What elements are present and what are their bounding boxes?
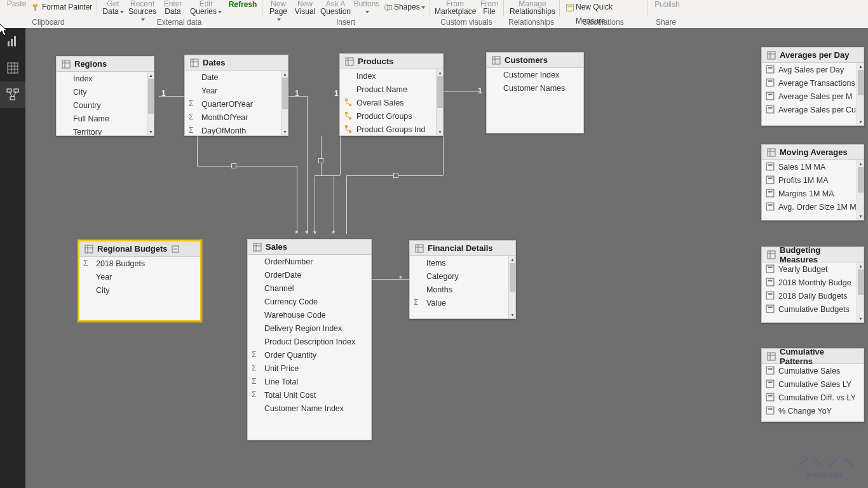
table-regions[interactable]: Regions Index City Country Full Name Ter…	[56, 56, 154, 136]
field-list[interactable]: OrderNumber OrderDate Channel Currency C…	[248, 255, 371, 440]
field[interactable]: % Change YoY	[762, 404, 864, 417]
field[interactable]: Unit Price	[248, 362, 371, 375]
table-regional-budgets[interactable]: Regional Budgets 2018 Budgets Year City	[78, 240, 201, 322]
format-painter-button[interactable]: Format Painter	[42, 0, 93, 14]
scrollbar[interactable]: ▲▼	[857, 160, 864, 220]
scrollbar[interactable]: ▲▼	[281, 71, 288, 135]
table-header[interactable]: Budgeting Measures	[762, 247, 864, 262]
scrollbar[interactable]: ▲▼	[508, 256, 515, 318]
field[interactable]: Product Name	[340, 83, 436, 96]
table-header[interactable]: Sales	[248, 240, 371, 255]
field[interactable]: OrderDate	[248, 268, 371, 281]
field[interactable]: Profits 1M MA	[762, 173, 857, 187]
table-averages-per-day[interactable]: Averages per Day Avg Sales per Day Avera…	[761, 47, 864, 126]
field-list[interactable]: Cumulative Sales Cumulative Sales LY Cum…	[762, 364, 864, 421]
field[interactable]: Product Groups	[340, 109, 436, 123]
field[interactable]: Avg. Order Size 1M M	[762, 200, 857, 214]
field[interactable]: OrderNumber	[248, 255, 371, 268]
field[interactable]: Average Transactions	[762, 76, 857, 90]
field-list[interactable]: Index City Country Full Name Territory	[57, 72, 147, 135]
field[interactable]: Currency Code	[248, 295, 371, 308]
field[interactable]: Customer Names	[487, 81, 583, 95]
new-page-button[interactable]: NewPage	[267, 0, 290, 17]
field[interactable]: Full Name	[57, 112, 147, 125]
table-budgeting-measures[interactable]: Budgeting Measures Yearly Budget 2018 Mo…	[761, 247, 864, 323]
get-data-button[interactable]: GetData	[100, 0, 126, 17]
field[interactable]: Average Sales per Cu	[762, 103, 857, 116]
field[interactable]: Cumulative Sales LY	[762, 377, 864, 391]
table-header[interactable]: Products	[340, 54, 443, 69]
field[interactable]: Average Sales per M	[762, 90, 857, 103]
refresh-button[interactable]: Refresh	[227, 0, 258, 14]
field[interactable]: Product Description Index	[248, 335, 371, 348]
scrollbar[interactable]: ▲▼	[147, 72, 154, 135]
model-canvas[interactable]: 1 * 1 * 1 * * 1 * Regions Index City Cou…	[25, 28, 868, 488]
enter-data-button[interactable]: EnterData	[160, 0, 186, 17]
field[interactable]: Year	[185, 84, 281, 97]
model-view-button[interactable]	[0, 81, 25, 108]
table-customers[interactable]: Customers Customer Index Customer Names	[486, 52, 584, 133]
field-list[interactable]: Date Year QuarterOfYear MonthOfYear DayO…	[185, 71, 281, 135]
field[interactable]: Product Groups Ind	[340, 123, 436, 135]
field[interactable]: Cumulative Budgets	[762, 302, 857, 316]
field[interactable]: City	[79, 283, 200, 297]
from-file-button[interactable]: FromFile	[478, 0, 501, 17]
scrollbar[interactable]: ▲▼	[436, 69, 443, 135]
field-list[interactable]: Index Product Name Overall Sales Product…	[340, 69, 436, 135]
field[interactable]: Year	[79, 270, 200, 283]
field-list[interactable]: Items Category Months Value	[410, 256, 508, 318]
field-list[interactable]: Sales 1M MA Profits 1M MA Margins 1M MA …	[762, 160, 857, 220]
field[interactable]: Sales 1M MA	[762, 160, 857, 173]
field[interactable]: Cumulative Sales	[762, 364, 864, 377]
table-dates[interactable]: Dates Date Year QuarterOfYear MonthOfYea…	[184, 55, 288, 136]
field[interactable]: Territory	[57, 125, 147, 135]
edit-queries-button[interactable]: EditQueries	[188, 0, 224, 17]
field-list[interactable]: 2018 Budgets Year City	[79, 257, 200, 320]
field[interactable]: Margins 1M MA	[762, 187, 857, 200]
field[interactable]: MonthOfYear	[185, 111, 281, 124]
field-list[interactable]: Customer Index Customer Names	[487, 68, 583, 133]
field[interactable]: 2018 Monthly Budge	[762, 276, 857, 289]
field-list[interactable]: Yearly Budget 2018 Monthly Budge 2018 Da…	[762, 262, 857, 322]
field[interactable]: Yearly Budget	[762, 262, 857, 276]
field[interactable]: Overall Sales	[340, 96, 436, 109]
field[interactable]: Country	[57, 98, 147, 112]
field[interactable]: QuarterOfYear	[185, 97, 281, 111]
field[interactable]: Category	[410, 269, 508, 283]
paste-button[interactable]: Paste	[4, 0, 29, 14]
scrollbar[interactable]: ▲▼	[857, 63, 864, 125]
field[interactable]: 2018 Daily Budgets	[762, 289, 857, 302]
field[interactable]: Channel	[248, 281, 371, 295]
table-header[interactable]: Dates	[185, 55, 288, 71]
field[interactable]: Value	[410, 296, 508, 309]
manage-relationships-button[interactable]: ManageRelationships	[508, 0, 557, 17]
field[interactable]: Line Total	[248, 375, 371, 388]
shapes-button[interactable]: Shapes	[394, 0, 426, 14]
new-quick-measure-button[interactable]: New Quick Measure	[576, 0, 644, 14]
table-cumulative-patterns[interactable]: Cumulative Patterns Cumulative Sales Cum…	[761, 348, 864, 422]
new-visual-button[interactable]: NewVisual	[292, 0, 318, 17]
field[interactable]: City	[57, 85, 147, 98]
field[interactable]: Cumulative Diff. vs LY	[762, 391, 864, 404]
field[interactable]: Delivery Region Index	[248, 322, 371, 335]
field[interactable]: 2018 Budgets	[79, 257, 200, 270]
expand-icon[interactable]	[172, 245, 179, 253]
from-marketplace-button[interactable]: FromMarketplace	[435, 0, 475, 17]
buttons-button[interactable]: Buttons	[353, 0, 380, 17]
field[interactable]: Index	[57, 72, 147, 85]
field[interactable]: Warehouse Code	[248, 308, 371, 322]
field[interactable]: Months	[410, 283, 508, 296]
table-header[interactable]: Financial Details	[410, 241, 515, 256]
field[interactable]: Customer Index	[487, 68, 583, 81]
table-header[interactable]: Cumulative Patterns	[762, 349, 864, 364]
table-products[interactable]: Products Index Product Name Overall Sale…	[339, 53, 444, 136]
table-header[interactable]: Moving Averages	[762, 145, 864, 160]
field[interactable]: DayOfMonth	[185, 124, 281, 135]
field[interactable]: Avg Sales per Day	[762, 63, 857, 76]
field-list[interactable]: Avg Sales per Day Average Transactions A…	[762, 63, 857, 125]
recent-sources-button[interactable]: RecentSources	[127, 0, 158, 17]
field[interactable]: Items	[410, 256, 508, 269]
table-header[interactable]: Regions	[57, 57, 154, 72]
data-view-button[interactable]	[0, 55, 25, 81]
table-header[interactable]: Regional Budgets	[79, 241, 200, 257]
